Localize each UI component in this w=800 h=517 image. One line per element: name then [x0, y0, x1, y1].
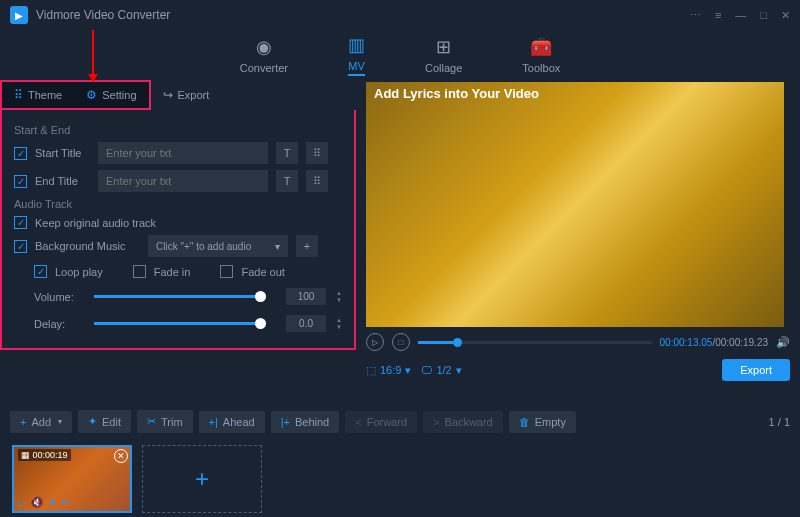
clip-thumbnail[interactable]: ▦ 00:00:19 ✕ ▷ 🔇 ✦ ✂	[12, 445, 132, 513]
keep-audio-checkbox[interactable]: ✓	[14, 216, 27, 229]
chevron-down-icon: ▾	[275, 241, 280, 252]
theme-icon: ⠿	[14, 88, 23, 102]
page-indicator: 1 / 1	[769, 416, 790, 428]
add-button[interactable]: +Add▾	[10, 411, 72, 433]
backward-button[interactable]: >Backward	[423, 411, 503, 433]
tab-collage[interactable]: ⊞ Collage	[425, 36, 462, 74]
end-title-grid-btn[interactable]: ⠿	[306, 170, 328, 192]
menu-icon[interactable]: ≡	[715, 9, 721, 22]
minimize-icon[interactable]: —	[735, 9, 746, 22]
start-title-label: Start Title	[35, 147, 90, 159]
loop-play-checkbox[interactable]: ✓	[34, 265, 47, 278]
aspect-icon: ⬚	[366, 364, 376, 377]
clip-trim-icon[interactable]: ✂	[61, 496, 70, 509]
delay-label: Delay:	[34, 318, 84, 330]
forward-label: Forward	[367, 416, 407, 428]
clip-effect-icon[interactable]: ✦	[48, 496, 57, 509]
fade-in-checkbox[interactable]: ✓	[133, 265, 146, 278]
behind-label: Behind	[295, 416, 329, 428]
mv-icon: ▥	[348, 34, 365, 56]
fade-out-label: Fade out	[241, 266, 284, 278]
add-audio-button[interactable]: +	[296, 235, 318, 257]
keep-audio-label: Keep original audio track	[35, 217, 156, 229]
edit-button[interactable]: ✦Edit	[78, 410, 131, 433]
delay-up[interactable]: ▲	[336, 317, 342, 323]
behind-icon: |+	[281, 416, 290, 428]
clip-duration: ▦ 00:00:19	[18, 449, 71, 461]
progress-bar[interactable]	[418, 341, 652, 344]
collage-icon: ⊞	[436, 36, 451, 58]
start-title-checkbox[interactable]: ✓	[14, 147, 27, 160]
stop-button[interactable]: □	[392, 333, 410, 351]
volume-slider[interactable]	[94, 295, 266, 298]
bg-music-checkbox[interactable]: ✓	[14, 240, 27, 253]
wand-icon: ✦	[88, 415, 97, 428]
time-display: 00:00:13.05/00:00:19.23	[660, 337, 768, 348]
tab-converter[interactable]: ◉ Converter	[240, 36, 288, 74]
subtab-setting-label: Setting	[102, 89, 136, 101]
subtab-export-label: Export	[178, 89, 210, 101]
volume-icon[interactable]: 🔊	[776, 336, 790, 349]
trim-button[interactable]: ✂Trim	[137, 410, 193, 433]
export-icon: ↪	[163, 88, 173, 102]
volume-down[interactable]: ▼	[336, 297, 342, 303]
tab-toolbox-label: Toolbox	[522, 62, 560, 74]
feedback-icon[interactable]: ⋯	[690, 9, 701, 22]
subtab-theme[interactable]: ⠿ Theme	[2, 82, 74, 108]
volume-up[interactable]: ▲	[336, 290, 342, 296]
empty-button[interactable]: 🗑Empty	[509, 411, 576, 433]
clip-remove-button[interactable]: ✕	[114, 449, 128, 463]
scissors-icon: ✂	[147, 415, 156, 428]
toolbox-icon: 🧰	[530, 36, 552, 58]
tab-mv-label: MV	[348, 60, 365, 72]
clip-mute-icon[interactable]: 🔇	[30, 496, 44, 509]
app-title: Vidmore Video Converter	[36, 8, 690, 22]
delay-value: 0.0	[286, 315, 326, 332]
end-title-input[interactable]	[98, 170, 268, 192]
tab-converter-label: Converter	[240, 62, 288, 74]
screen-icon: 🖵	[421, 364, 432, 376]
subtab-export[interactable]: ↪ Export	[151, 80, 222, 110]
behind-button[interactable]: |+Behind	[271, 411, 340, 433]
tab-mv[interactable]: ▥ MV	[348, 34, 365, 76]
bg-music-dropdown[interactable]: Click "+" to add audio ▾	[148, 235, 288, 257]
tab-toolbox[interactable]: 🧰 Toolbox	[522, 36, 560, 74]
forward-button[interactable]: <Forward	[345, 411, 417, 433]
delay-down[interactable]: ▼	[336, 324, 342, 330]
aspect-label: 16:9	[380, 364, 401, 376]
delay-slider[interactable]	[94, 322, 266, 325]
empty-label: Empty	[535, 416, 566, 428]
bg-music-label: Background Music	[35, 240, 140, 252]
end-title-checkbox[interactable]: ✓	[14, 175, 27, 188]
chevron-down-icon: ▾	[58, 417, 62, 426]
section-audio-track: Audio Track	[14, 198, 342, 210]
add-clip-button[interactable]: +	[142, 445, 262, 513]
screen-dropdown[interactable]: 🖵 1/2 ▾	[421, 364, 461, 377]
bg-music-dropdown-label: Click "+" to add audio	[156, 241, 251, 252]
tab-collage-label: Collage	[425, 62, 462, 74]
preview-overlay-text: Add Lyrics into Your Video	[374, 86, 539, 101]
start-title-grid-btn[interactable]: ⠿	[306, 142, 328, 164]
edit-label: Edit	[102, 416, 121, 428]
plus-icon: +	[20, 416, 26, 428]
ahead-icon: +|	[209, 416, 218, 428]
start-title-input[interactable]	[98, 142, 268, 164]
chevron-down-icon: ▾	[456, 364, 462, 377]
maximize-icon[interactable]: □	[760, 9, 767, 22]
aspect-ratio-dropdown[interactable]: ⬚ 16:9 ▾	[366, 364, 411, 377]
section-start-end: Start & End	[14, 124, 342, 136]
play-button[interactable]: ▷	[366, 333, 384, 351]
close-icon[interactable]: ✕	[781, 9, 790, 22]
add-label: Add	[31, 416, 51, 428]
subtab-setting[interactable]: ⚙ Setting	[74, 82, 148, 108]
start-title-text-btn[interactable]: T	[276, 142, 298, 164]
trim-label: Trim	[161, 416, 183, 428]
fade-in-label: Fade in	[154, 266, 191, 278]
ahead-button[interactable]: +|Ahead	[199, 411, 265, 433]
end-title-text-btn[interactable]: T	[276, 170, 298, 192]
clip-play-icon[interactable]: ▷	[18, 496, 26, 509]
export-button[interactable]: Export	[722, 359, 790, 381]
fade-out-checkbox[interactable]: ✓	[220, 265, 233, 278]
trash-icon: 🗑	[519, 416, 530, 428]
volume-label: Volume:	[34, 291, 84, 303]
